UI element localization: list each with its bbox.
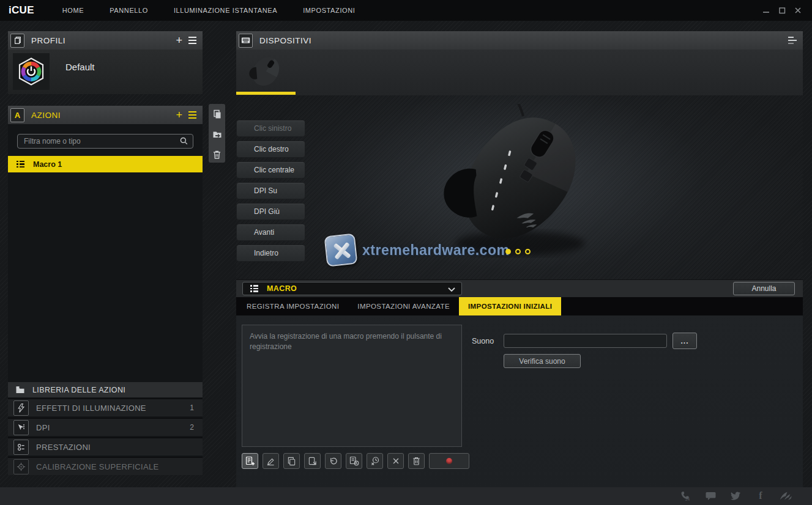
active-device-underline xyxy=(236,92,296,95)
titlebar: iCUE HOME PANNELLO ILLUMINAZIONE ISTANTA… xyxy=(0,0,812,21)
library-header[interactable]: LIBRERIA DELLE AZIONI xyxy=(8,382,203,397)
profiles-menu-icon[interactable] xyxy=(188,37,196,45)
macro-list-icon xyxy=(250,285,258,292)
nav-impostazioni[interactable]: IMPOSTAZIONI xyxy=(303,7,355,14)
keyboard-icon xyxy=(239,34,253,48)
library-category-performance[interactable]: PRESTAZIONI xyxy=(8,437,203,455)
mouse-button-left[interactable]: Clic sinistro xyxy=(236,120,305,137)
browse-sound-button[interactable]: ... xyxy=(672,333,697,349)
device-tabstrip xyxy=(236,50,803,95)
sound-label: Suono xyxy=(472,337,494,345)
record-button[interactable] xyxy=(429,453,469,469)
dropdown-selected-value: MACRO xyxy=(267,284,448,293)
category-count-badge: 1 xyxy=(190,404,194,412)
minimize-icon[interactable] xyxy=(762,6,770,15)
xtremehardware-watermark: xtremehardware.com xyxy=(326,235,509,265)
mouse-thumbnail xyxy=(242,53,290,90)
verify-sound-button[interactable]: Verifica suono xyxy=(504,354,581,368)
profiles-icon xyxy=(10,34,24,48)
actions-title: AZIONI xyxy=(31,111,176,120)
mouse-button-back[interactable]: Indietro xyxy=(236,245,305,262)
tab-registra-impostazioni[interactable]: REGISTRA IMPOSTAZIONI xyxy=(237,297,348,315)
import-action-icon[interactable] xyxy=(212,130,222,142)
watermark-text: xtremehardware.com xyxy=(362,242,509,259)
support-phone-icon[interactable]: 24 xyxy=(679,490,691,501)
svg-text:24: 24 xyxy=(685,497,690,501)
undo-button[interactable] xyxy=(325,453,341,469)
actions-icon: A xyxy=(10,108,24,122)
record-icon xyxy=(446,458,452,464)
devices-panel: DISPOSITIVI Clic sinistro xyxy=(236,31,803,487)
mouse-button-right[interactable]: Clic destro xyxy=(236,141,305,158)
copy-action-icon[interactable] xyxy=(212,109,222,122)
cancel-button[interactable]: Annulla xyxy=(733,282,795,295)
close-icon[interactable] xyxy=(794,6,802,15)
devices-options-icon[interactable] xyxy=(788,37,797,44)
delete-event-button[interactable] xyxy=(408,453,425,469)
window-controls xyxy=(762,0,802,21)
clear-button[interactable] xyxy=(387,453,404,469)
icue-window: iCUE HOME PANNELLO ILLUMINAZIONE ISTANTA… xyxy=(0,0,812,505)
corsair-logo-icon[interactable] xyxy=(780,490,792,501)
profiles-panel: PROFILI + xyxy=(8,31,203,94)
tab-impostazioni-avanzate[interactable]: IMPOSTAZIONI AVANZATE xyxy=(348,297,459,315)
facebook-icon[interactable]: f xyxy=(754,490,767,501)
action-type-dropdown[interactable]: MACRO xyxy=(242,282,462,295)
add-action-button[interactable]: + xyxy=(176,110,182,120)
crosshair-icon xyxy=(13,459,29,474)
add-profile-button[interactable]: + xyxy=(176,35,182,45)
library-title: LIBRERIA DELLE AZIONI xyxy=(32,386,125,394)
add-event-button[interactable] xyxy=(242,453,258,469)
library-category-surface-calibration[interactable]: CALIBRAZIONE SUPERFICIALE xyxy=(8,457,203,475)
device-tab-mouse[interactable] xyxy=(242,53,290,90)
maximize-icon[interactable] xyxy=(778,6,786,15)
devices-title: DISPOSITIVI xyxy=(259,36,788,45)
insert-delay-button[interactable] xyxy=(346,453,362,469)
icue-logo: iCUE xyxy=(9,4,34,17)
macro-settings-content: Avvia la registrazione di una macro prem… xyxy=(236,315,803,487)
macro-editor[interactable]: Avvia la registrazione di una macro prem… xyxy=(242,325,462,447)
device-view-pager xyxy=(505,249,531,254)
nav-illuminazione-istantanea[interactable]: ILLUMINAZIONE ISTANTANEA xyxy=(174,7,277,14)
library-category-dpi[interactable]: DPI 2 xyxy=(8,418,203,436)
edit-event-button[interactable] xyxy=(263,453,279,469)
device-view: Clic sinistro Clic destro Clic centrale … xyxy=(236,95,803,280)
nav-home[interactable]: HOME xyxy=(62,7,84,14)
pager-dot-2[interactable] xyxy=(515,249,521,254)
delete-action-icon[interactable] xyxy=(212,150,222,162)
search-icon xyxy=(179,136,188,148)
category-count-badge: 2 xyxy=(190,423,194,432)
mouse-button-dpi-up[interactable]: DPI Su xyxy=(236,182,305,199)
profile-item-default[interactable]: Default xyxy=(13,53,198,91)
profiles-title: PROFILI xyxy=(31,36,176,45)
action-item-macro-1[interactable]: Macro 1 xyxy=(8,156,203,172)
pager-dot-1[interactable] xyxy=(505,249,511,254)
action-filter-input[interactable] xyxy=(17,134,193,149)
actions-side-toolbar xyxy=(209,104,225,163)
assignment-bar: MACRO Annulla xyxy=(236,280,803,297)
folder-icon xyxy=(15,386,25,394)
actions-panel: A AZIONI + Macro 1 LIBRERIA DELLE AZIONI xyxy=(8,106,203,475)
watermark-x-badge xyxy=(324,234,358,267)
library-category-lighting[interactable]: EFFETTI DI ILLUMINAZIONE 1 xyxy=(8,398,203,416)
copy-event-button[interactable] xyxy=(283,453,300,469)
remove-delay-button[interactable] xyxy=(367,453,383,469)
footer-bar: 24 f xyxy=(0,487,812,505)
tab-impostazioni-iniziali[interactable]: IMPOSTAZIONI INIZIALI xyxy=(459,297,561,315)
pager-dot-3[interactable] xyxy=(525,249,531,254)
chat-icon[interactable] xyxy=(704,490,717,501)
dpi-cursor-icon xyxy=(13,420,29,435)
mouse-button-dpi-down[interactable]: DPI Giù xyxy=(236,203,305,220)
mouse-button-middle[interactable]: Clic centrale xyxy=(236,161,305,179)
lightning-icon xyxy=(13,400,29,416)
paste-event-button[interactable] xyxy=(304,453,321,469)
profile-name: Default xyxy=(65,62,95,72)
nav-pannello[interactable]: PANNELLO xyxy=(110,7,148,14)
twitter-icon[interactable] xyxy=(729,490,742,501)
chevron-down-icon xyxy=(448,283,455,294)
actions-menu-icon[interactable] xyxy=(188,111,196,119)
sound-input[interactable] xyxy=(504,334,667,348)
profiles-list: Default xyxy=(8,50,203,94)
macro-toolbar xyxy=(242,453,469,469)
mouse-button-forward[interactable]: Avanti xyxy=(236,224,305,241)
